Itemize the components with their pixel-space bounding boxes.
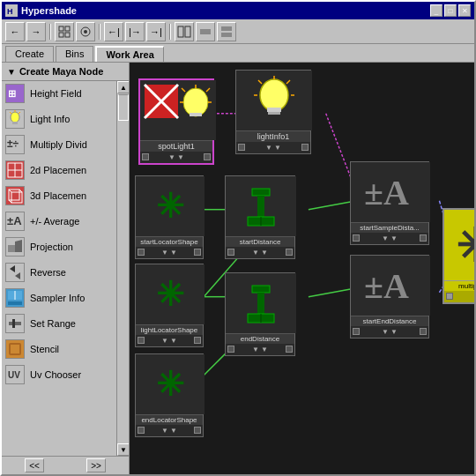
svg-rect-90 bbox=[257, 293, 264, 314]
scroll-down-button[interactable]: ▼ bbox=[117, 443, 129, 456]
sidebar-item-2d-placement[interactable]: 2d Placemen bbox=[2, 158, 116, 183]
3d-placement-icon bbox=[5, 186, 25, 205]
svg-point-7 bbox=[84, 30, 87, 33]
end-sample-port-right[interactable] bbox=[420, 328, 427, 335]
svg-text:✳: ✳ bbox=[456, 221, 474, 271]
svg-rect-4 bbox=[59, 33, 63, 37]
lightinfo1-port-right[interactable] bbox=[301, 144, 309, 151]
svg-rect-89 bbox=[252, 286, 270, 293]
average-label: +/- Average bbox=[30, 216, 79, 227]
node-lightinfo1[interactable]: lightInfo1 ▼ ▼ bbox=[235, 70, 311, 154]
nav-next-button[interactable]: >> bbox=[86, 458, 106, 472]
tab-create[interactable]: Create bbox=[5, 46, 54, 62]
svg-rect-66 bbox=[190, 113, 202, 116]
tile-button[interactable] bbox=[175, 22, 194, 41]
sidebar-item-uv-chooser[interactable]: UV Uv Chooser bbox=[2, 362, 116, 388]
spotlight1-port-right[interactable] bbox=[204, 153, 211, 160]
arrow-button[interactable]: →| bbox=[146, 22, 166, 41]
svg-text:UV: UV bbox=[8, 370, 20, 380]
title-bar: H Hypershade _ □ ✕ bbox=[2, 2, 474, 19]
sidebar-item-projection[interactable]: Projection bbox=[2, 234, 116, 260]
start-distance-port-right[interactable] bbox=[286, 249, 293, 256]
svg-rect-9 bbox=[185, 26, 190, 37]
split-button[interactable] bbox=[217, 22, 236, 41]
toolbar: ← → ←| |→ →| bbox=[2, 19, 474, 44]
node-end-distance[interactable]: endDistance ▼ ▼ bbox=[225, 272, 295, 356]
lightinfo1-port-left[interactable] bbox=[238, 144, 245, 151]
sidebar-item-sampler-info[interactable]: Sampler Info bbox=[2, 286, 116, 311]
start-locator-label: startLocatorShape bbox=[136, 236, 203, 247]
light-locator-port-left[interactable] bbox=[138, 337, 145, 344]
sidebar-item-set-range[interactable]: Set Range bbox=[2, 311, 116, 337]
title-buttons: _ □ ✕ bbox=[430, 4, 471, 17]
grid-button[interactable] bbox=[55, 22, 74, 41]
end-locator-label: endLocatorShape bbox=[136, 414, 203, 425]
node-end-sample[interactable]: ±A startEndDistance ▼ ▼ bbox=[350, 255, 429, 338]
header-arrow: ▼ bbox=[7, 67, 16, 77]
multiply-divide-icon: ±÷ bbox=[5, 135, 25, 154]
multiply-divide-node-label: multiplyDivide1 bbox=[444, 280, 474, 291]
node-end-locator[interactable]: ✳ endLocatorShape ▼ ▼ bbox=[135, 353, 204, 437]
2d-placement-label: 2d Placemen bbox=[30, 165, 86, 175]
svg-point-73 bbox=[260, 79, 288, 111]
main-area: ▼ Create Maya Node ⊞ Height bbox=[2, 63, 474, 474]
sidebar-item-reverse[interactable]: Reverse bbox=[2, 260, 116, 286]
stencil-label: Stencil bbox=[30, 344, 59, 354]
height-field-icon: ⊞ bbox=[5, 84, 25, 103]
import-button[interactable]: ←| bbox=[104, 22, 123, 41]
sidebar-item-stencil[interactable]: Stencil bbox=[2, 337, 116, 362]
tab-bar: Create Bins Work Area bbox=[2, 44, 474, 63]
svg-text:±÷: ±÷ bbox=[7, 138, 19, 150]
svg-rect-10 bbox=[200, 29, 211, 34]
end-sample-port-left[interactable] bbox=[353, 328, 360, 335]
end-locator-port-right[interactable] bbox=[194, 427, 201, 434]
maximize-button[interactable]: □ bbox=[444, 4, 457, 17]
start-locator-port-left[interactable] bbox=[138, 249, 145, 256]
forward-button[interactable]: → bbox=[26, 22, 46, 41]
nav-prev-button[interactable]: << bbox=[25, 458, 44, 472]
title-bar-left: H Hypershade bbox=[5, 4, 77, 17]
sidebar-item-height-field[interactable]: ⊞ Height Field bbox=[2, 81, 116, 107]
start-locator-port-right[interactable] bbox=[194, 249, 201, 256]
sidebar-item-3d-placement[interactable]: 3d Placemen bbox=[2, 183, 116, 209]
svg-text:H: H bbox=[7, 7, 13, 16]
node-start-distance[interactable]: startDistance ▼ ▼ bbox=[225, 175, 295, 259]
tab-workarea[interactable]: Work Area bbox=[95, 46, 163, 62]
start-sample-port-left[interactable] bbox=[353, 234, 360, 242]
sidebar-item-average[interactable]: ±A +/- Average bbox=[2, 209, 116, 234]
scroll-thumb[interactable] bbox=[118, 94, 129, 121]
close-button[interactable]: ✕ bbox=[458, 4, 471, 17]
node-spotlight1[interactable]: spotLight1 ▼ ▼ bbox=[138, 78, 214, 165]
layout-button[interactable] bbox=[76, 22, 95, 41]
minimize-button[interactable]: _ bbox=[430, 4, 443, 17]
sidebar-item-multiply-divide[interactable]: ±÷ Multiply Divid bbox=[2, 132, 116, 158]
start-sample-port-right[interactable] bbox=[420, 234, 427, 242]
svg-point-16 bbox=[11, 112, 19, 123]
tab-bins[interactable]: Bins bbox=[56, 46, 93, 62]
end-locator-port-left[interactable] bbox=[138, 427, 145, 434]
scroll-up-button[interactable]: ▲ bbox=[117, 81, 129, 93]
separator-2 bbox=[99, 24, 100, 40]
sidebar-list: ⊞ Height Field bbox=[2, 81, 116, 456]
spotlight1-port-left[interactable] bbox=[142, 153, 149, 160]
end-distance-port-right[interactable] bbox=[286, 346, 293, 353]
node-multiply-divide[interactable]: ✳ ÷ multiplyDivide1 ▼ ▼ bbox=[443, 208, 474, 304]
minimize-panel-button[interactable] bbox=[196, 22, 215, 41]
set-range-icon bbox=[5, 314, 25, 333]
end-distance-port-left[interactable] bbox=[227, 346, 234, 353]
reverse-label: Reverse bbox=[30, 267, 66, 278]
export-button[interactable]: |→ bbox=[125, 22, 145, 41]
height-field-label: Height Field bbox=[30, 88, 82, 99]
light-info-label: Light Info bbox=[30, 114, 70, 124]
svg-rect-17 bbox=[12, 122, 18, 124]
multiply-divide-port-left[interactable] bbox=[446, 293, 453, 300]
node-start-sample[interactable]: ±A startSampleDista... ▼ ▼ bbox=[350, 161, 429, 245]
projection-label: Projection bbox=[30, 242, 73, 252]
light-locator-port-right[interactable] bbox=[194, 337, 201, 344]
sidebar-item-light-info[interactable]: Light Info bbox=[2, 107, 116, 132]
node-light-locator[interactable]: ✳ lightLocatorShape ▼ ▼ bbox=[135, 264, 204, 347]
node-start-locator[interactable]: ✳ startLocatorShape ▼ ▼ bbox=[135, 175, 204, 259]
svg-rect-45 bbox=[12, 319, 15, 328]
back-button[interactable]: ← bbox=[5, 22, 25, 41]
start-distance-port-left[interactable] bbox=[227, 249, 234, 256]
